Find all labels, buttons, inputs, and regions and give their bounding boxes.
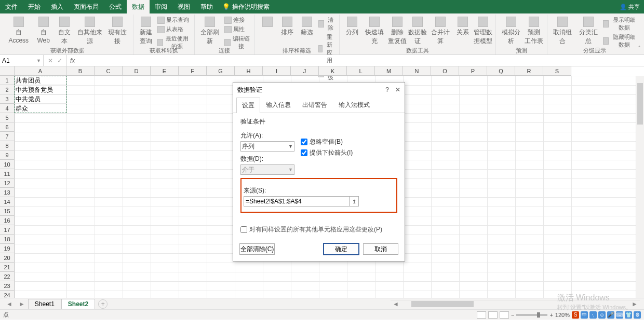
- ime-settings-icon[interactable]: ⚙: [634, 311, 641, 319]
- zoom-slider[interactable]: [516, 314, 547, 316]
- scroll-left-icon[interactable]: ◄: [391, 300, 401, 308]
- ime-punct-icon[interactable]: ·,: [589, 311, 597, 319]
- page-layout-view-button[interactable]: [488, 311, 498, 319]
- dialog-tab-input[interactable]: 输入信息: [260, 97, 297, 113]
- row-header-22[interactable]: 22: [0, 272, 15, 281]
- clear-filter-button[interactable]: 清除: [317, 16, 336, 32]
- sheet-nav-next-icon[interactable]: ►: [16, 300, 28, 308]
- ungroup-button[interactable]: 取消组合: [551, 16, 575, 47]
- dialog-tab-settings[interactable]: 设置: [236, 98, 260, 113]
- show-detail-button[interactable]: 显示明细数据: [602, 16, 639, 32]
- new-query-button[interactable]: 新建 查询: [137, 16, 155, 47]
- col-header-M[interactable]: M: [375, 66, 403, 76]
- from-access-button[interactable]: 自 Access: [5, 16, 32, 45]
- row-header-4[interactable]: 4: [0, 104, 15, 113]
- zoom-in-button[interactable]: +: [549, 312, 553, 318]
- page-break-view-button[interactable]: [500, 311, 509, 319]
- sort-button[interactable]: 排序: [278, 16, 297, 38]
- ignore-blank-checkbox[interactable]: 忽略空值(B): [301, 138, 353, 146]
- tab-formula[interactable]: 公式: [104, 0, 127, 13]
- share-button[interactable]: 👤 共享: [615, 0, 644, 13]
- row-header-1[interactable]: 1: [0, 76, 15, 85]
- col-header-O[interactable]: O: [431, 66, 459, 76]
- dialog-tab-ime[interactable]: 输入法模式: [333, 97, 375, 113]
- row-header-7[interactable]: 7: [0, 132, 15, 141]
- cancel-button[interactable]: 取消: [363, 243, 398, 255]
- row-header-3[interactable]: 3: [0, 94, 15, 104]
- normal-view-button[interactable]: [477, 311, 486, 319]
- ignore-blank-input[interactable]: [301, 139, 307, 145]
- apply-all-checkbox[interactable]: [240, 226, 247, 233]
- row-header-11[interactable]: 11: [0, 169, 15, 178]
- col-header-Q[interactable]: Q: [487, 66, 515, 76]
- horizontal-scrollbar[interactable]: ◄ ►: [391, 300, 640, 308]
- hide-detail-button[interactable]: 隐藏明细数据: [602, 33, 639, 49]
- tab-view[interactable]: 视图: [172, 0, 195, 13]
- tab-file[interactable]: 文件: [0, 0, 23, 13]
- properties-button[interactable]: 属性: [223, 25, 251, 34]
- whatif-button[interactable]: 模拟分析: [499, 16, 524, 47]
- row-header-20[interactable]: 20: [0, 253, 15, 263]
- from-other-button[interactable]: 自其他来源: [75, 16, 104, 47]
- row-header-21[interactable]: 21: [0, 263, 15, 272]
- dropdown-input[interactable]: [301, 149, 307, 156]
- enter-formula-icon[interactable]: ✓: [57, 57, 62, 64]
- sort-asc-button[interactable]: [258, 16, 277, 29]
- row-header-12[interactable]: 12: [0, 178, 15, 188]
- consolidate-button[interactable]: 合并计算: [428, 16, 453, 47]
- row-header-24[interactable]: 24: [0, 291, 15, 298]
- source-input[interactable]: [244, 196, 350, 207]
- scroll-right-icon[interactable]: ►: [629, 300, 640, 308]
- select-all-corner[interactable]: [0, 66, 15, 76]
- remove-dup-button[interactable]: 删除 重复值: [388, 16, 407, 47]
- formula-input[interactable]: [78, 55, 644, 66]
- fx-icon[interactable]: fx: [67, 55, 78, 66]
- ime-lang-icon[interactable]: 中: [581, 311, 588, 319]
- row-header-9[interactable]: 9: [0, 150, 15, 160]
- subtotal-button[interactable]: 分类汇总: [576, 16, 600, 47]
- allow-select[interactable]: 序列▼: [240, 141, 294, 152]
- tell-me-search[interactable]: 💡 操作说明搜索: [218, 0, 274, 13]
- range-picker-icon[interactable]: ↥: [350, 196, 359, 207]
- col-header-D[interactable]: D: [123, 66, 151, 76]
- row-header-15[interactable]: 15: [0, 207, 15, 216]
- tab-data[interactable]: 数据: [127, 0, 150, 13]
- sheet-tab-sheet2[interactable]: Sheet2: [61, 299, 95, 309]
- from-table-button[interactable]: 从表格: [156, 25, 191, 34]
- col-header-L[interactable]: L: [347, 66, 375, 76]
- zoom-out-button[interactable]: −: [511, 312, 514, 318]
- ime-icon[interactable]: S: [572, 311, 579, 319]
- reapply-button[interactable]: 重新应用: [317, 33, 336, 65]
- col-header-H[interactable]: H: [235, 66, 263, 76]
- cancel-formula-icon[interactable]: ✕: [48, 57, 53, 64]
- dialog-help-icon[interactable]: ?: [385, 86, 389, 93]
- col-header-I[interactable]: I: [263, 66, 291, 76]
- cell-A2[interactable]: 中共预备党员: [15, 85, 66, 94]
- connections-button[interactable]: 连接: [223, 16, 251, 24]
- tab-insert[interactable]: 插入: [46, 0, 69, 13]
- ime-keyboard-icon[interactable]: ⌨: [616, 311, 623, 319]
- dialog-tab-error[interactable]: 出错警告: [297, 97, 333, 113]
- text-to-columns-button[interactable]: 分列: [343, 16, 361, 38]
- col-header-N[interactable]: N: [403, 66, 431, 76]
- col-header-R[interactable]: R: [515, 66, 543, 76]
- ime-skin-icon[interactable]: 👕: [625, 311, 632, 319]
- sheet-tab-sheet1[interactable]: Sheet1: [28, 299, 61, 309]
- zoom-level[interactable]: 120%: [555, 312, 570, 318]
- cell-A4[interactable]: 群众: [15, 104, 66, 113]
- sheet-nav-prev-icon[interactable]: ◄: [3, 300, 16, 308]
- row-header-18[interactable]: 18: [0, 235, 15, 244]
- filter-button[interactable]: 筛选: [298, 16, 316, 38]
- chevron-down-icon[interactable]: ▼: [36, 58, 41, 63]
- row-header-14[interactable]: 14: [0, 197, 15, 207]
- col-header-P[interactable]: P: [459, 66, 487, 76]
- col-header-E[interactable]: E: [151, 66, 179, 76]
- flash-fill-button[interactable]: 快速填充: [363, 16, 387, 47]
- tab-home[interactable]: 开始: [23, 0, 46, 13]
- ime-mic-icon[interactable]: 🎤: [607, 311, 614, 319]
- col-header-K[interactable]: K: [319, 66, 347, 76]
- refresh-all-button[interactable]: 全部刷新: [198, 16, 223, 47]
- vertical-scrollbar[interactable]: [636, 76, 644, 298]
- forecast-sheet-button[interactable]: 预测 工作表: [525, 16, 544, 47]
- col-header-C[interactable]: C: [95, 66, 123, 76]
